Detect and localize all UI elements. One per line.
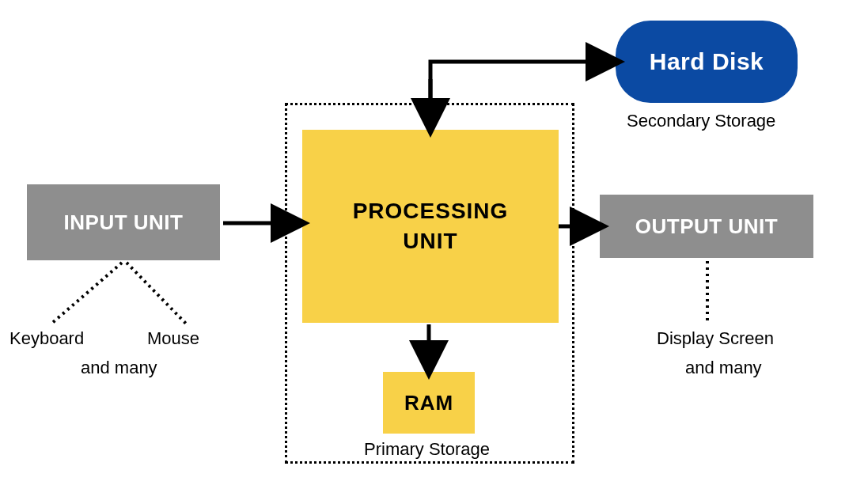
- dotted-line-to-mouse: [127, 263, 187, 324]
- keyboard-label: Keyboard: [9, 328, 84, 349]
- input-unit-box: INPUT UNIT: [27, 184, 220, 260]
- display-screen-label: Display Screen: [657, 328, 774, 349]
- processing-unit-label-line1: PROCESSING: [353, 199, 509, 223]
- mouse-label: Mouse: [147, 328, 199, 349]
- ram-box: RAM: [383, 372, 475, 434]
- ram-label: RAM: [404, 391, 453, 415]
- processing-unit-label-line2: UNIT: [403, 229, 457, 253]
- processing-unit-box: PROCESSING UNIT: [302, 130, 559, 323]
- and-many-right-label: and many: [685, 358, 762, 378]
- processing-unit-label: PROCESSING UNIT: [353, 196, 509, 256]
- hard-disk-box: Hard Disk: [616, 21, 798, 103]
- input-unit-label: INPUT UNIT: [64, 210, 184, 235]
- output-unit-box: OUTPUT UNIT: [600, 195, 813, 258]
- diagram-stage: INPUT UNIT PROCESSING UNIT OUTPUT UNIT R…: [0, 0, 849, 504]
- output-unit-label: OUTPUT UNIT: [635, 214, 778, 239]
- dotted-line-to-keyboard: [51, 263, 122, 324]
- primary-storage-label: Primary Storage: [364, 439, 490, 460]
- hard-disk-label: Hard Disk: [650, 48, 764, 75]
- and-many-left-label: and many: [81, 358, 157, 378]
- secondary-storage-label: Secondary Storage: [627, 111, 775, 131]
